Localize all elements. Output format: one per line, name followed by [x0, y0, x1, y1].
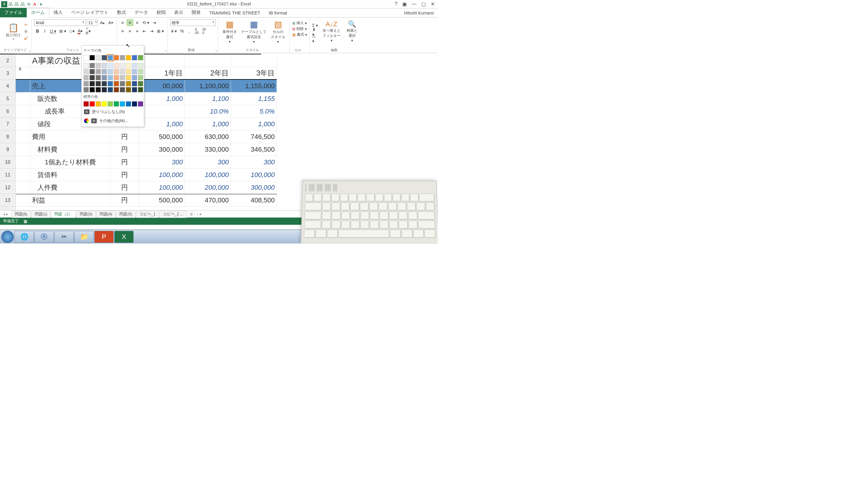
clear-button[interactable]: ◇ ▾: [312, 36, 318, 42]
cut-icon[interactable]: ✂: [23, 22, 29, 28]
align-middle-button[interactable]: ≡: [127, 19, 133, 26]
indent-decrease-button[interactable]: ⇤: [141, 28, 148, 34]
color-swatch[interactable]: [126, 87, 131, 92]
row-unit[interactable]: 円: [110, 169, 139, 181]
start-button[interactable]: [1, 230, 14, 243]
data-cell[interactable]: 1,000: [185, 118, 231, 130]
row-header-2[interactable]: 2: [0, 54, 16, 67]
color-swatch[interactable]: [107, 63, 113, 68]
explorer-button[interactable]: 📁: [74, 231, 94, 243]
color-swatch[interactable]: [132, 63, 137, 68]
chrome-button[interactable]: 🌐: [14, 231, 34, 243]
color-swatch[interactable]: [107, 101, 113, 107]
sheet-tab[interactable]: 問題(6): [11, 210, 31, 218]
color-swatch[interactable]: [126, 63, 131, 68]
data-cell[interactable]: 300: [139, 156, 185, 168]
data-cell[interactable]: 1,000: [139, 118, 185, 130]
snipping-button[interactable]: ✂: [54, 231, 74, 243]
row-label[interactable]: 材料費: [30, 143, 110, 156]
color-swatch[interactable]: [107, 87, 113, 92]
color-swatch[interactable]: [101, 69, 107, 74]
color-swatch[interactable]: [101, 81, 107, 87]
cell-styles-button[interactable]: ▧ セルの スタイル ▾: [269, 19, 287, 44]
sheet-nav[interactable]: ◂ ▸: [0, 212, 11, 216]
ribbon-display-icon[interactable]: ▣: [401, 1, 408, 7]
row-header-13[interactable]: 13: [0, 194, 16, 207]
conditional-format-button[interactable]: ▦ 条件付き 書式 ▾: [221, 19, 239, 44]
qat-btn-1[interactable]: 品: [8, 1, 13, 7]
tab-ib[interactable]: IB format: [265, 8, 291, 17]
align-left-button[interactable]: ≡: [119, 28, 126, 34]
fill-color-button[interactable]: ◇ ▾: [68, 28, 76, 34]
color-swatch[interactable]: [95, 81, 101, 87]
no-fill-item[interactable]: N 塗りつぶしなし(N): [83, 107, 143, 116]
color-swatch[interactable]: [89, 81, 95, 87]
color-swatch[interactable]: [120, 75, 125, 80]
data-cell[interactable]: 746,500: [231, 131, 277, 143]
data-cell[interactable]: 100,000: [185, 169, 231, 181]
percent-button[interactable]: %: [179, 28, 185, 34]
shrink-font-button[interactable]: A▾: [107, 19, 114, 26]
color-swatch[interactable]: [95, 101, 101, 107]
data-cell[interactable]: 100,000: [231, 169, 277, 181]
row-header-7[interactable]: 7: [0, 118, 16, 131]
row-header-9[interactable]: 9: [0, 143, 16, 156]
color-swatch[interactable]: [120, 87, 125, 92]
color-swatch[interactable]: [138, 55, 143, 60]
delete-cells-button[interactable]: ⊟削除 ▾: [292, 26, 307, 31]
color-swatch[interactable]: [101, 63, 107, 68]
color-swatch[interactable]: [114, 87, 119, 92]
color-swatch[interactable]: [89, 63, 95, 68]
color-swatch[interactable]: [84, 69, 89, 74]
data-cell[interactable]: 5.0%: [231, 105, 277, 118]
color-swatch[interactable]: [138, 63, 143, 68]
data-cell[interactable]: 470,000: [185, 194, 231, 206]
format-painter-icon[interactable]: 🖌: [23, 35, 29, 41]
data-cell[interactable]: [139, 105, 185, 118]
row-unit[interactable]: 円: [110, 181, 139, 194]
color-swatch[interactable]: [95, 75, 101, 80]
number-launcher-icon[interactable]: ↘: [215, 49, 217, 52]
data-cell[interactable]: 200,000: [185, 181, 231, 194]
decrease-decimal-button[interactable]: .00.0: [200, 28, 207, 34]
tab-home[interactable]: ホーム: [27, 7, 49, 18]
excel-taskbar-button[interactable]: X: [114, 231, 133, 243]
font-color-button[interactable]: A ▾: [76, 28, 84, 34]
wrap-text-button[interactable]: ⇥: [151, 19, 158, 26]
account-name[interactable]: Hitoshi Kumano: [400, 9, 438, 17]
sheet-tab[interactable]: コピペ_1: [136, 210, 159, 218]
color-swatch[interactable]: [138, 101, 143, 107]
clipboard-launcher-icon[interactable]: ↘: [28, 49, 31, 52]
color-swatch[interactable]: [84, 81, 89, 87]
color-swatch[interactable]: [101, 55, 107, 60]
row-header-4[interactable]: 4: [0, 80, 16, 92]
qat-btn-2[interactable]: 品: [14, 1, 19, 7]
data-cell[interactable]: 500,000: [139, 194, 185, 206]
color-swatch[interactable]: [114, 101, 119, 107]
row-unit[interactable]: 円: [110, 156, 139, 168]
color-swatch[interactable]: [89, 55, 95, 60]
color-swatch[interactable]: [132, 75, 137, 80]
row-unit[interactable]: 円: [110, 131, 139, 143]
color-swatch[interactable]: [120, 81, 125, 87]
number-format-select[interactable]: 標準: [170, 19, 216, 26]
powerpoint-button[interactable]: P: [94, 231, 114, 243]
color-swatch[interactable]: [138, 87, 143, 92]
color-swatch[interactable]: [95, 63, 101, 68]
row-header-11[interactable]: 11: [0, 169, 16, 181]
data-cell[interactable]: 1,155: [231, 92, 277, 105]
currency-button[interactable]: ¥ ▾: [170, 28, 178, 34]
paste-button[interactable]: 📋 貼り付け ▾: [4, 22, 22, 41]
row-unit[interactable]: 円: [110, 194, 139, 206]
data-cell[interactable]: 300: [231, 156, 277, 168]
font-name-select[interactable]: Arial: [34, 19, 86, 26]
header-y3[interactable]: 3年目: [231, 67, 277, 79]
color-swatch[interactable]: [107, 69, 113, 74]
data-cell[interactable]: 630,000: [185, 131, 231, 143]
align-right-button[interactable]: ≡: [134, 28, 141, 34]
help-icon[interactable]: ?: [394, 1, 399, 7]
sort-filter-button[interactable]: A↓Z 並べ替えと フィルター ▾: [321, 20, 342, 43]
tab-formulas[interactable]: 数式: [113, 8, 130, 17]
row-header-3[interactable]: 3: [0, 67, 16, 80]
tab-tts[interactable]: TRAINING THE STREET: [205, 8, 265, 17]
